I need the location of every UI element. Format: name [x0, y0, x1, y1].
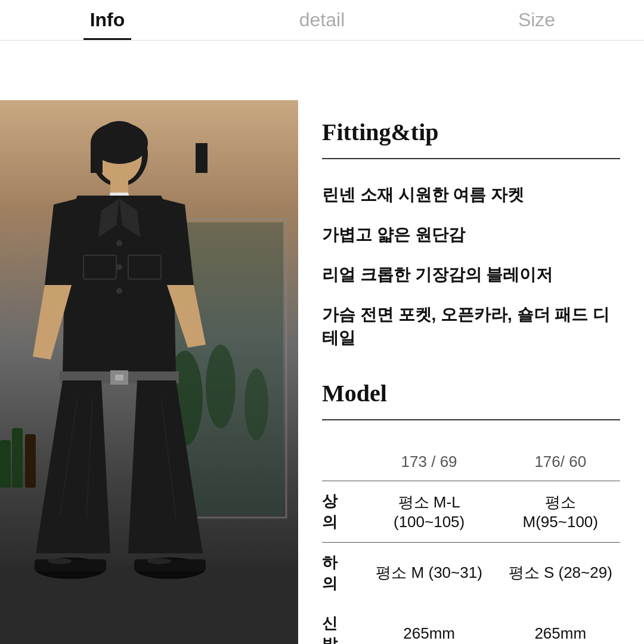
svg-rect-11: [196, 143, 208, 173]
svg-rect-21: [115, 374, 123, 380]
svg-rect-29: [25, 434, 36, 488]
model-table: 173 / 69 176/ 60 상의 평소 M-L (100~105) 평소 …: [322, 444, 620, 644]
info-section: Fitting&tip 린넨 소재 시원한 여름 자켓 가볍고 얇은 원단감 리…: [298, 100, 644, 644]
feature-item-4: 가슴 전면 포켓, 오픈카라, 숄더 패드 디테일: [322, 303, 620, 349]
svg-rect-6: [0, 565, 298, 644]
svg-point-26: [48, 558, 72, 564]
svg-point-17: [116, 264, 122, 270]
feature-item-1: 린넨 소재 시원한 여름 자켓: [322, 183, 620, 206]
tab-info[interactable]: Info: [0, 0, 215, 40]
svg-point-18: [116, 288, 122, 294]
model-row-top-label: 상의: [322, 481, 358, 542]
svg-rect-30: [0, 440, 11, 488]
model-row-bottom-col1: 평소 M (30~31): [358, 542, 501, 603]
col-header-2: 176/ 60: [501, 444, 620, 481]
tab-bar: Info detail Size: [0, 0, 644, 41]
svg-point-5: [244, 369, 268, 440]
tab-detail[interactable]: detail: [215, 0, 429, 40]
model-row-top-col2: 평소 M(95~100): [501, 481, 620, 542]
col-header-1: 173 / 69: [358, 444, 501, 481]
fitting-title: Fitting&tip: [322, 118, 620, 146]
model-row-bottom-col2: 평소 S (28~29): [501, 542, 620, 603]
feature-item-3: 리얼 크롭한 기장감의 블레이저: [322, 263, 620, 286]
col-header-empty: [322, 444, 358, 481]
model-title: Model: [322, 379, 620, 407]
tab-info-label: Info: [90, 9, 125, 31]
svg-rect-10: [91, 143, 103, 173]
model-row-top: 상의 평소 M-L (100~105) 평소 M(95~100): [322, 481, 620, 542]
model-row-shoes-label: 신발: [322, 603, 358, 644]
model-row-shoes: 신발 265mm 265mm: [322, 603, 620, 644]
svg-rect-28: [12, 428, 23, 488]
feature-item-2: 가볍고 얇은 원단감: [322, 223, 620, 246]
model-row-shoes-col2: 265mm: [501, 603, 620, 644]
svg-point-16: [116, 240, 122, 246]
svg-point-27: [147, 558, 171, 564]
product-image: [0, 100, 298, 644]
fitting-divider: [322, 158, 620, 159]
main-content: Fitting&tip 린넨 소재 시원한 여름 자켓 가볍고 얇은 원단감 리…: [0, 41, 644, 644]
svg-point-4: [206, 345, 236, 428]
feature-list: 린넨 소재 시원한 여름 자켓 가볍고 얇은 원단감 리얼 크롭한 기장감의 블…: [322, 183, 620, 350]
model-row-bottom-label: 하의: [322, 542, 358, 603]
model-figure-svg: [0, 100, 298, 644]
model-row-top-col1: 평소 M-L (100~105): [358, 481, 501, 542]
tab-size[interactable]: Size: [429, 0, 644, 40]
model-row-shoes-col1: 265mm: [358, 603, 501, 644]
tab-size-label: Size: [518, 9, 555, 31]
tab-detail-label: detail: [299, 9, 345, 31]
model-row-bottom: 하의 평소 M (30~31) 평소 S (28~29): [322, 542, 620, 603]
model-divider: [322, 419, 620, 420]
